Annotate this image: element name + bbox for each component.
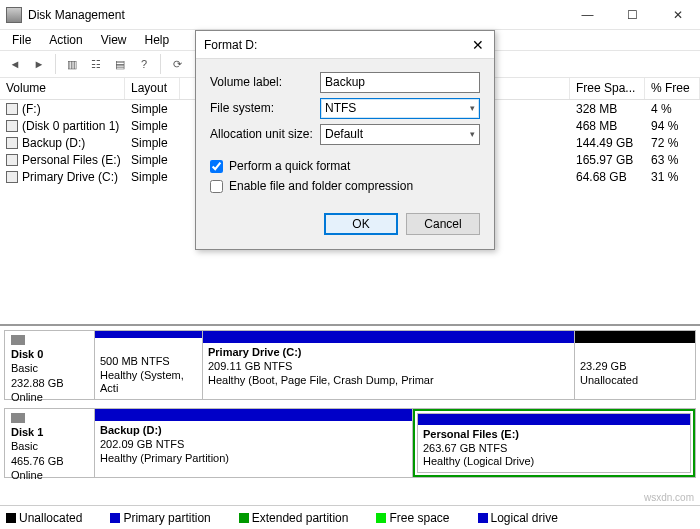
watermark: wsxdn.com [644,492,694,503]
legend-free: Free space [376,511,461,525]
legend-primary: Primary partition [110,511,222,525]
stripe-unallocated [575,331,695,343]
window-title: Disk Management [28,8,565,22]
col-volume[interactable]: Volume [0,78,125,99]
partition[interactable]: Primary Drive (C:)209.11 GB NTFSHealthy … [203,331,575,399]
compression-checkbox[interactable]: Enable file and folder compression [210,179,480,193]
back-icon[interactable]: ◄ [4,53,26,75]
filesystem-label: File system: [210,101,320,115]
partition[interactable]: Backup (D:)202.09 GB NTFSHealthy (Primar… [95,409,413,477]
disk-1: Disk 1 Basic 465.76 GB Online Backup (D:… [4,408,696,478]
col-pct[interactable]: % Free [645,78,700,99]
cancel-button[interactable]: Cancel [406,213,480,235]
col-free[interactable]: Free Spa... [570,78,645,99]
titlebar: Disk Management — ☐ ✕ [0,0,700,30]
quick-format-checkbox[interactable]: Perform a quick format [210,159,480,173]
extended-partition: Personal Files (E:)263.67 GB NTFSHealthy… [413,409,695,477]
ok-button[interactable]: OK [324,213,398,235]
stripe-logical [418,414,690,425]
disk-map: Disk 0 Basic 232.88 GB Online 500 MB NTF… [0,324,700,529]
menu-file[interactable]: File [4,31,39,49]
minimize-button[interactable]: — [565,0,610,29]
partition-unallocated[interactable]: 23.29 GBUnallocated [575,331,695,399]
legend-extended: Extended partition [239,511,361,525]
filesystem-select[interactable]: NTFS▾ [320,98,480,119]
panel-icon[interactable]: ▥ [61,53,83,75]
close-button[interactable]: ✕ [655,0,700,29]
disk-0: Disk 0 Basic 232.88 GB Online 500 MB NTF… [4,330,696,400]
chevron-down-icon: ▾ [470,129,475,139]
legend: Unallocated Primary partition Extended p… [0,505,700,529]
app-icon [6,7,22,23]
partition-logical[interactable]: Personal Files (E:)263.67 GB NTFSHealthy… [417,413,691,473]
disk-icon [11,335,25,345]
view-icon[interactable]: ☷ [85,53,107,75]
menu-help[interactable]: Help [137,31,178,49]
volume-label-label: Volume label: [210,75,320,89]
allocation-label: Allocation unit size: [210,127,320,141]
help-icon[interactable]: ? [133,53,155,75]
disk-icon [11,413,25,423]
allocation-select[interactable]: Default▾ [320,124,480,145]
list-icon[interactable]: ▤ [109,53,131,75]
disk-info: Disk 0 Basic 232.88 GB Online [5,331,95,399]
volume-label-input[interactable]: Backup [320,72,480,93]
stripe-primary [203,331,574,343]
maximize-button[interactable]: ☐ [610,0,655,29]
menu-action[interactable]: Action [41,31,90,49]
disk-info: Disk 1 Basic 465.76 GB Online [5,409,95,477]
refresh-icon[interactable]: ⟳ [166,53,188,75]
format-dialog: Format D: ✕ Volume label: Backup File sy… [195,30,495,250]
legend-logical: Logical drive [478,511,570,525]
forward-icon[interactable]: ► [28,53,50,75]
col-layout[interactable]: Layout [125,78,180,99]
close-icon[interactable]: ✕ [470,37,486,53]
dialog-title: Format D: [204,38,470,52]
stripe-primary [95,409,412,421]
legend-unallocated: Unallocated [6,511,94,525]
chevron-down-icon: ▾ [470,103,475,113]
partition[interactable]: 500 MB NTFSHealthy (System, Acti [95,331,203,399]
menu-view[interactable]: View [93,31,135,49]
stripe-primary [95,331,202,338]
